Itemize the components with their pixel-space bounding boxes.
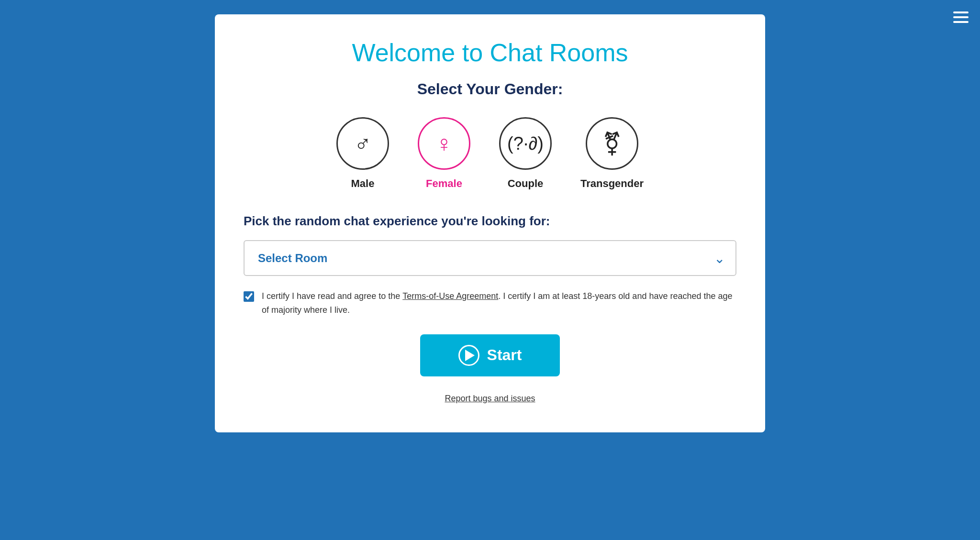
room-select-wrapper: Select Room Random Chat Video Chat Text … — [244, 240, 736, 276]
couple-symbol: (?·∂) — [507, 133, 544, 154]
gender-option-couple[interactable]: (?·∂) Couple — [499, 117, 552, 190]
transgender-symbol: ⚧ — [602, 130, 622, 157]
terms-checkbox[interactable] — [244, 291, 254, 302]
gender-circle-couple: (?·∂) — [499, 117, 552, 170]
gender-circle-transgender: ⚧ — [586, 117, 638, 170]
terms-text-before: I certify I have read and agree to the — [262, 291, 402, 301]
gender-circle-female: ♀ — [418, 117, 470, 170]
footer: Report bugs and issues — [244, 394, 736, 404]
male-symbol: ♂ — [354, 131, 371, 157]
page-title: Welcome to Chat Rooms — [244, 38, 736, 67]
terms-row: I certify I have read and agree to the T… — [244, 289, 736, 317]
start-button[interactable]: Start — [420, 334, 560, 376]
gender-circle-male: ♂ — [336, 117, 389, 170]
gender-option-female[interactable]: ♀ Female — [418, 117, 470, 190]
gender-label-female: Female — [426, 177, 462, 190]
gender-option-male[interactable]: ♂ Male — [336, 117, 389, 190]
terms-link[interactable]: Terms-of-Use Agreement — [402, 291, 498, 301]
play-triangle-icon — [465, 350, 475, 361]
report-bugs-link[interactable]: Report bugs and issues — [445, 394, 535, 404]
room-select[interactable]: Select Room Random Chat Video Chat Text … — [244, 240, 736, 276]
play-icon-circle — [458, 345, 479, 366]
female-symbol: ♀ — [435, 131, 453, 157]
start-button-label: Start — [487, 346, 522, 364]
terms-text: I certify I have read and agree to the T… — [262, 289, 736, 317]
gender-options: ♂ Male ♀ Female (?·∂) Couple ⚧ — [244, 117, 736, 190]
gender-section-title: Select Your Gender: — [244, 80, 736, 98]
hamburger-line-2 — [953, 16, 969, 18]
start-button-container: Start — [244, 334, 736, 394]
hamburger-line-1 — [953, 11, 969, 13]
gender-label-male: Male — [351, 177, 375, 190]
gender-label-transgender: Transgender — [580, 177, 644, 190]
gender-option-transgender[interactable]: ⚧ Transgender — [580, 117, 644, 190]
page-wrapper: Welcome to Chat Rooms Select Your Gender… — [155, 14, 825, 432]
hamburger-line-3 — [953, 21, 969, 23]
main-card: Welcome to Chat Rooms Select Your Gender… — [215, 14, 765, 432]
experience-section-title: Pick the random chat experience you're l… — [244, 214, 736, 229]
gender-label-couple: Couple — [508, 177, 544, 190]
hamburger-menu-button[interactable] — [950, 9, 971, 26]
